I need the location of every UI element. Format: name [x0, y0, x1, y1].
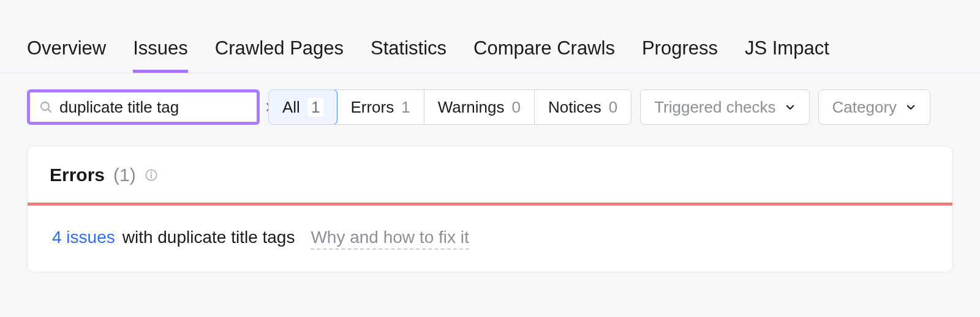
filter-warnings-count: 0: [511, 98, 520, 117]
filter-notices-count: 0: [609, 98, 617, 117]
filter-errors-label: Errors: [350, 98, 394, 117]
filter-errors-count: 1: [401, 98, 410, 117]
dropdown-category[interactable]: Category: [818, 89, 931, 125]
filter-all-count: 1: [307, 98, 323, 117]
svg-line-1: [48, 109, 51, 112]
issue-count-link[interactable]: 4 issues: [52, 228, 115, 247]
dropdown-triggered-label: Triggered checks: [654, 98, 775, 117]
filter-warnings[interactable]: Warnings 0: [424, 90, 535, 124]
why-and-how-link[interactable]: Why and how to fix it: [311, 228, 469, 250]
chevron-down-icon: [785, 102, 796, 113]
tab-crawled-pages[interactable]: Crawled Pages: [215, 37, 344, 73]
info-icon[interactable]: [145, 168, 158, 182]
tab-overview[interactable]: Overview: [27, 37, 106, 73]
dropdown-category-label: Category: [832, 98, 897, 117]
search-box[interactable]: [27, 89, 260, 125]
chevron-down-icon: [905, 102, 916, 113]
tab-compare-crawls[interactable]: Compare Crawls: [473, 37, 615, 73]
errors-card-header: Errors (1): [28, 146, 952, 203]
filter-all[interactable]: All 1: [268, 89, 337, 125]
tab-js-impact[interactable]: JS Impact: [745, 37, 829, 73]
filter-notices[interactable]: Notices 0: [535, 90, 631, 124]
errors-card: Errors (1) 4 issues with duplicate title…: [27, 146, 953, 272]
main-tabs: Overview Issues Crawled Pages Statistics…: [0, 0, 980, 73]
search-icon: [39, 100, 53, 114]
filter-warnings-label: Warnings: [438, 98, 505, 117]
svg-point-6: [151, 172, 151, 173]
filter-row: All 1 Errors 1 Warnings 0 Notices 0 Trig…: [0, 73, 980, 125]
tab-issues[interactable]: Issues: [133, 37, 188, 73]
dropdown-triggered-checks[interactable]: Triggered checks: [640, 89, 809, 125]
search-input[interactable]: [59, 98, 258, 117]
filter-notices-label: Notices: [548, 98, 601, 117]
errors-title: Errors: [50, 165, 105, 185]
tab-progress[interactable]: Progress: [642, 37, 718, 73]
issue-description: with duplicate title tags: [123, 228, 295, 247]
tab-statistics[interactable]: Statistics: [371, 37, 447, 73]
issue-row: 4 issues with duplicate title tags Why a…: [28, 206, 952, 272]
errors-count: (1): [113, 165, 136, 185]
filter-group: All 1 Errors 1 Warnings 0 Notices 0: [268, 89, 631, 125]
filter-all-label: All: [282, 98, 300, 117]
filter-errors[interactable]: Errors 1: [337, 90, 424, 124]
